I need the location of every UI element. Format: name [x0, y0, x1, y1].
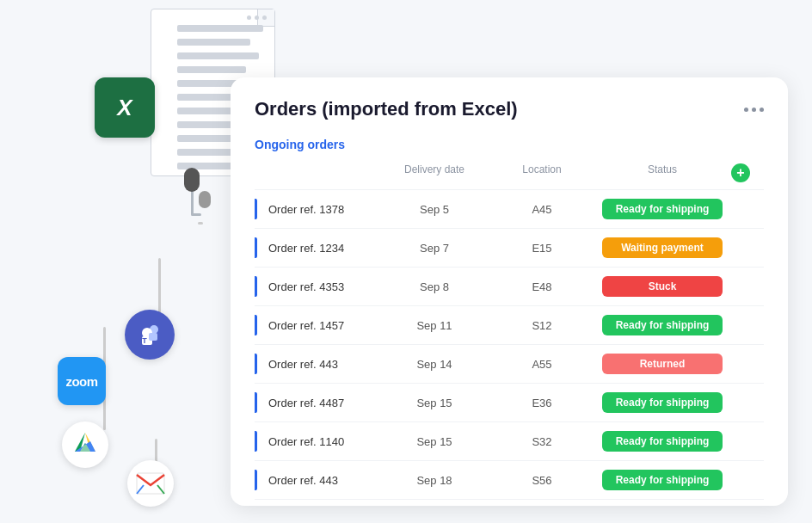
delivery-date: Sep 7: [378, 242, 490, 255]
status-cell: Ready for shipping: [594, 431, 731, 452]
table-header: Delivery date Location Status +: [255, 160, 764, 186]
delivery-date: Sep 15: [378, 397, 490, 409]
gmail-svg: [135, 471, 166, 495]
table-row[interactable]: Order ref. 1378 Sep 5 A45 Ready for ship…: [255, 189, 764, 228]
gdrive-svg: [70, 429, 101, 460]
zoom-icon: zoom: [58, 357, 106, 405]
status-badge: Ready for shipping: [602, 315, 723, 335]
orders-table: Ongoing orders Delivery date Location St…: [255, 138, 764, 506]
menu-dot: [744, 108, 748, 112]
doc-dots: [247, 15, 267, 20]
delivery-date: Sep 11: [378, 319, 490, 332]
zoom-label: zoom: [65, 374, 97, 389]
order-ref: Order ref. 4353: [261, 280, 378, 293]
header-location: Location: [490, 163, 594, 182]
order-ref: Order ref. 1140: [261, 435, 378, 448]
connector-pill: [184, 168, 200, 192]
location: E48: [490, 280, 594, 293]
order-ref: Order ref. 1234: [261, 242, 378, 255]
status-cell: Returned: [594, 354, 731, 374]
svg-rect-3: [149, 333, 157, 341]
card-title: Orders (imported from Excel): [255, 98, 518, 120]
table-row[interactable]: Order ref. 7207 Sep 22 E37 Ready for shi…: [255, 499, 764, 506]
order-ref: Order ref. 443: [261, 474, 378, 487]
header-status: Status: [594, 163, 731, 182]
status-badge: Ready for shipping: [602, 392, 723, 413]
connector-horizontal: [191, 213, 201, 216]
location: S56: [490, 474, 594, 487]
status-cell: Stuck: [594, 276, 731, 297]
doc-line: [177, 66, 246, 73]
order-ref: Order ref. 1378: [261, 203, 378, 216]
status-cell: Ready for shipping: [594, 392, 731, 413]
excel-icon: X: [95, 77, 155, 138]
status-badge: Ready for shipping: [602, 199, 723, 219]
dot: [262, 15, 267, 20]
dot: [247, 15, 251, 20]
connector-pill2: [199, 191, 211, 208]
menu-dot: [752, 108, 756, 112]
gmail-icon: [127, 460, 174, 507]
table-row[interactable]: Order ref. 443 Sep 14 A55 Returned: [255, 344, 764, 383]
table-row[interactable]: Order ref. 1140 Sep 15 S32 Ready for shi…: [255, 421, 764, 460]
dot: [255, 15, 259, 20]
gdrive-icon: [62, 421, 108, 468]
status-cell: Ready for shipping: [594, 315, 731, 335]
status-badge: Ready for shipping: [602, 431, 723, 452]
order-ref: Order ref. 4487: [261, 397, 378, 409]
table-row[interactable]: Order ref. 4487 Sep 15 E36 Ready for shi…: [255, 383, 764, 421]
add-column-button[interactable]: +: [731, 163, 750, 182]
delivery-date: Sep 8: [378, 280, 490, 293]
doc-line: [177, 135, 237, 142]
svg-rect-9: [137, 473, 164, 494]
delivery-date: Sep 14: [378, 358, 490, 371]
status-badge: Waiting payment: [602, 237, 723, 258]
card-header: Orders (imported from Excel): [255, 98, 764, 120]
status-badge: Stuck: [602, 276, 723, 297]
teams-svg: T: [136, 321, 163, 348]
card-menu-button[interactable]: [744, 108, 764, 112]
svg-text:T: T: [142, 336, 147, 345]
table-row[interactable]: Order ref. 443 Sep 18 S56 Ready for ship…: [255, 460, 764, 499]
header-col1: [261, 163, 378, 182]
status-cell: Ready for shipping: [594, 470, 731, 490]
status-cell: Waiting payment: [594, 237, 731, 258]
doc-line: [177, 52, 259, 59]
excel-letter: X: [117, 95, 132, 121]
delivery-date: Sep 5: [378, 203, 490, 216]
delivery-date: Sep 18: [378, 474, 490, 487]
location: A55: [490, 358, 594, 371]
table-row[interactable]: Order ref. 1234 Sep 7 E15 Waiting paymen…: [255, 228, 764, 267]
table-body: Order ref. 1378 Sep 5 A45 Ready for ship…: [255, 189, 764, 506]
order-ref: Order ref. 443: [261, 358, 378, 371]
header-add: +: [731, 163, 757, 182]
status-badge: Returned: [602, 354, 723, 374]
location: E36: [490, 397, 594, 409]
doc-line: [177, 39, 250, 46]
location: S32: [490, 435, 594, 448]
section-title: Ongoing orders: [255, 138, 764, 151]
menu-dot: [760, 108, 764, 112]
location: S12: [490, 319, 594, 332]
delivery-date: Sep 15: [378, 435, 490, 448]
order-ref: Order ref. 1457: [261, 319, 378, 332]
location: E15: [490, 242, 594, 255]
connector-dot1: [198, 222, 203, 225]
main-card: Orders (imported from Excel) Ongoing ord…: [231, 77, 788, 506]
location: A45: [490, 203, 594, 216]
teams-icon: T: [125, 310, 175, 360]
header-delivery: Delivery date: [378, 163, 490, 182]
status-badge: Ready for shipping: [602, 470, 723, 490]
status-cell: Ready for shipping: [594, 199, 731, 219]
doc-line: [177, 25, 263, 32]
table-row[interactable]: Order ref. 1457 Sep 11 S12 Ready for shi…: [255, 305, 764, 344]
table-row[interactable]: Order ref. 4353 Sep 8 E48 Stuck: [255, 267, 764, 305]
